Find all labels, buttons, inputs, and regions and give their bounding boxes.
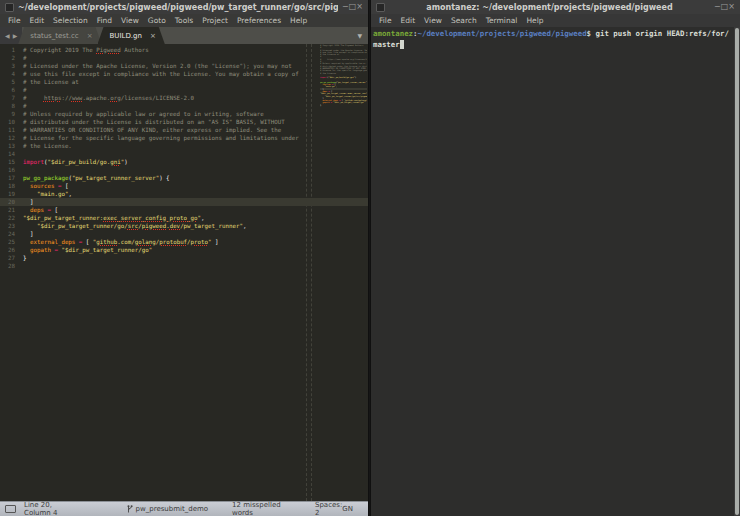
line-number: 17 [0,174,23,182]
terminal-scrollbar[interactable] [734,27,740,516]
code-token: "main.go" [37,191,68,197]
line-number: 16 [0,166,23,174]
menu-edit[interactable]: Edit [401,16,416,25]
terminal-pane[interactable]: amontanez:~/development/projects/pigweed… [371,27,740,516]
line-number: 11 [0,126,23,134]
terminal-titlebar[interactable]: amontanez: ~/development/projects/pigwee… [371,0,740,14]
misspelled-word: gni [110,159,120,165]
menu-edit[interactable]: Edit [30,16,45,25]
line-text: # WARRANTIES OR CONDITIONS OF ANY KIND, … [23,126,368,134]
code-token: # distributed under the License is distr… [23,119,285,125]
line-text: ] [23,230,368,238]
menu-tools[interactable]: Tools [175,16,193,25]
misspelled-word: src [128,223,138,229]
code-line: 24 ] [0,230,368,238]
syntax-mode[interactable]: GN [342,505,353,513]
sublime-tabbar: ◀ ▶ status_test.cc×BUILD.gn× ▼ [0,27,368,44]
menu-selection[interactable]: Selection [53,16,88,25]
code-token: pw_go_package [23,175,68,181]
code-token: :// [61,95,71,101]
code-token: gopath [30,247,51,253]
menu-project[interactable]: Project [202,16,228,25]
code-line: 4# use this file except in compliance wi… [0,70,368,78]
code-line: 13# the License. [0,142,368,150]
misspelled-word: golang [135,239,156,245]
line-number: 5 [0,78,23,86]
code-token: = [44,207,54,213]
line-text: # [23,102,368,110]
misspelled-count[interactable]: 12 misspelled words [232,501,289,516]
code-line: 5# the License at [0,78,368,86]
line-text [23,262,368,270]
code-line: 19 "main.go", [0,190,368,198]
code-line: 16 [0,166,368,174]
misspelled-word: pigweed [142,223,166,229]
menu-help[interactable]: Help [526,16,543,25]
git-branch-icon [127,505,133,514]
menu-preferences[interactable]: Preferences [237,16,281,25]
code-line: 27} [0,254,368,262]
line-text [23,166,368,174]
code-token: [ [65,183,69,189]
terminal-menubar: FileEditViewSearchTerminalHelp [371,14,740,27]
line-number: 2 [0,54,23,62]
code-token: # use this file except in compliance wit… [23,71,299,77]
tab-strip: status_test.cc×BUILD.gn× [22,27,165,44]
menu-file[interactable]: File [8,16,21,25]
code-token: ] [23,199,33,205]
sublime-titlebar[interactable]: ~/development/projects/pigweed/pigweed/p… [0,0,368,14]
menu-search[interactable]: Search [451,16,477,25]
minimize-button[interactable]: − [714,2,721,11]
menu-goto[interactable]: Goto [148,16,166,25]
menu-help[interactable]: Help [290,16,307,25]
minimap[interactable]: # Copyright 2019 The Pigweed Authors## L… [320,44,367,501]
line-number: 12 [0,134,23,142]
code-line: 22"$dir_pw_target_runner:exec_server_con… [0,214,368,222]
line-number: 27 [0,254,23,262]
prompt-user: amontanez [373,29,413,38]
tab-close-icon[interactable]: × [87,32,93,40]
line-text: # License for the specific language gove… [23,134,368,142]
tab-forward-icon[interactable]: ▶ [13,32,18,39]
code-token: = [54,183,64,189]
menu-file[interactable]: File [379,16,392,25]
tab-status_test.cc[interactable]: status_test.cc× [18,27,101,44]
code-token: import [23,159,44,165]
code-line: 25 external_deps = [ "github.com/golang/… [0,238,368,246]
minimize-button[interactable]: − [342,2,349,11]
menu-view[interactable]: View [121,16,139,25]
git-branch[interactable]: pw_presubmit_demo [127,505,209,514]
code-token: external_deps [30,239,75,245]
tab-close-icon[interactable]: × [150,32,156,40]
close-button[interactable]: × [728,2,735,11]
menu-find[interactable]: Find [97,16,112,25]
code-line: 9# Unless required by applicable law or … [0,110,368,118]
tab-BUILD.gn[interactable]: BUILD.gn× [98,27,165,44]
line-text: import("$dir_pw_build/go.gni") [23,158,368,166]
vcs-status-icon[interactable] [5,505,16,513]
tab-overflow-icon[interactable]: ▼ [351,32,368,39]
code-line: 8# [0,102,368,110]
tab-nav-arrows: ◀ ▶ [0,27,22,44]
line-text: } [23,254,368,262]
line-number: 25 [0,238,23,246]
line-text: # [23,54,368,62]
terminal-text: amontanez:~/development/projects/pigweed… [373,28,730,50]
menu-view[interactable]: View [424,16,442,25]
close-button[interactable]: × [356,2,363,11]
code-line: 1# Copyright 2019 The Pigweed Authors [0,46,368,54]
code-line: 7# https://www.apache.org/licenses/LICEN… [0,94,368,102]
editor-pane[interactable]: 1# Copyright 2019 The Pigweed Authors2#3… [0,44,368,501]
code-token: # the License at [23,79,79,85]
code-token: # Copyright 2019 The [23,47,96,53]
line-number: 20 [0,198,23,206]
code-area[interactable]: 1# Copyright 2019 The Pigweed Authors2#3… [0,46,368,270]
menu-terminal[interactable]: Terminal [486,16,518,25]
indent-setting[interactable]: Spaces: 2 [315,501,342,516]
terminal-scrollbar-thumb[interactable] [735,28,739,515]
code-token: "pw_target_runner_server" [72,175,159,181]
code-token: # [23,95,44,101]
tab-back-icon[interactable]: ◀ [5,32,10,39]
code-line: 10# distributed under the License is dis… [0,118,368,126]
code-token: = [75,239,85,245]
